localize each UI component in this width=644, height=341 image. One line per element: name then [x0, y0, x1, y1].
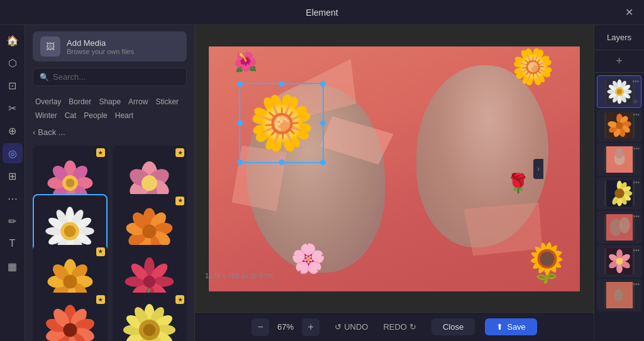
svg-point-117: [616, 122, 623, 129]
home-icon-btn[interactable]: 🏠: [3, 30, 23, 50]
redo-icon: ↻: [409, 322, 416, 332]
layer-item[interactable]: •••: [597, 177, 641, 210]
zoom-controls: − 67% +: [252, 318, 319, 336]
save-icon: ⬆: [496, 322, 503, 332]
top-bar: Element ✕: [0, 0, 644, 25]
tag-overlay[interactable]: Overlay: [33, 96, 64, 107]
save-label: Save: [507, 322, 526, 332]
layer-item[interactable]: •••: [597, 279, 641, 311]
layer-menu-icon[interactable]: •••: [632, 78, 639, 85]
close-button[interactable]: Close: [431, 318, 475, 335]
svg-point-43: [143, 224, 157, 238]
undo-icon: ↺: [335, 322, 341, 332]
layer-item[interactable]: •••: [597, 211, 641, 244]
svg-point-133: [619, 217, 630, 233]
select-icon-btn[interactable]: ⬡: [3, 53, 23, 73]
layer-menu-icon[interactable]: •••: [633, 247, 640, 254]
collapse-right-panel-button[interactable]: ›: [533, 159, 543, 179]
bottom-toolbar: − 67% + ↺ UNDO REDO ↻ Close ⬆ Save: [195, 312, 594, 341]
search-icon: 🔍: [40, 73, 49, 82]
undo-button[interactable]: ↺ UNDO: [330, 320, 373, 334]
tag-sticker[interactable]: Sticker: [153, 96, 181, 107]
undo-redo: ↺ UNDO REDO ↻: [330, 320, 421, 334]
layers-panel: Layers +: [594, 25, 644, 341]
tag-cat[interactable]: Cat: [62, 110, 79, 121]
svg-point-53: [63, 275, 77, 289]
layer-menu-icon[interactable]: •••: [633, 281, 640, 288]
canvas-info: 1179 x 768 px @ 67%: [205, 269, 273, 281]
adjust-icon-btn[interactable]: ⊕: [3, 121, 23, 141]
layers-list: ••• 👁: [594, 73, 644, 341]
zoom-in-button[interactable]: +: [302, 318, 319, 336]
redo-label: REDO: [383, 322, 407, 332]
canvas-bg[interactable]: 🌼 🌺 🌸 🌻 🌹 🌼: [209, 46, 580, 291]
svg-point-10: [65, 178, 74, 187]
element-icon-btn[interactable]: ◎: [3, 143, 23, 163]
grid-icon-btn[interactable]: ⊞: [3, 166, 23, 186]
layer-item[interactable]: •••: [597, 109, 641, 142]
zoom-level: 67%: [274, 322, 297, 332]
layer-thumb: [604, 112, 635, 139]
svg-point-130: [614, 188, 624, 198]
premium-badge: ★: [175, 295, 184, 304]
layer-visibility-icon[interactable]: 👁: [633, 99, 639, 106]
pen-icon-btn[interactable]: ✏: [3, 211, 23, 231]
text-icon-btn[interactable]: T: [3, 234, 23, 254]
undo-label: UNDO: [344, 322, 368, 332]
layer-menu-icon[interactable]: •••: [633, 179, 640, 186]
premium-badge: ★: [175, 197, 184, 205]
tag-border[interactable]: Border: [66, 96, 94, 107]
element-item[interactable]: ★: [113, 293, 187, 341]
tag-winter[interactable]: Winter: [33, 110, 60, 121]
close-panel-button[interactable]: ✕: [621, 5, 636, 20]
flower-top-right: 🌼: [511, 50, 555, 84]
redo-button[interactable]: REDO ↻: [378, 320, 421, 334]
add-media-button[interactable]: 🖼 Add Media Browse your own files: [33, 31, 187, 62]
panel-header: 🖼 Add Media Browse your own files 🔍: [25, 25, 194, 91]
add-media-icon: 🖼: [40, 36, 60, 57]
filter-tags: Overlay Border Shape Arrow Sticker Winte…: [25, 91, 194, 124]
svg-point-76: [63, 323, 77, 337]
main-layout: 🏠 ⬡ ⊡ ✂ ⊕ ◎ ⊞ ⋯ ✏ T ▦ 🖼 Add Media Browse…: [0, 25, 644, 341]
svg-point-33: [64, 225, 76, 237]
layer-thumb: [604, 146, 635, 173]
scissors-icon-btn[interactable]: ✂: [3, 98, 23, 118]
layer-thumb: [604, 78, 635, 105]
layer-menu-icon[interactable]: •••: [633, 213, 640, 220]
svg-point-91: [143, 324, 155, 336]
layer-thumb: [604, 214, 635, 241]
zoom-out-button[interactable]: −: [252, 318, 269, 336]
tag-arrow[interactable]: Arrow: [126, 96, 150, 107]
svg-point-143: [614, 289, 623, 301]
layer-menu-icon[interactable]: •••: [633, 111, 640, 118]
layers-title: Layers: [594, 25, 644, 50]
canvas-area: 🌼 🌺 🌸 🌻 🌹 🌼: [195, 25, 594, 341]
left-panel: 🖼 Add Media Browse your own files 🔍 Over…: [25, 25, 195, 341]
icon-bar: 🏠 ⬡ ⊡ ✂ ⊕ ◎ ⊞ ⋯ ✏ T ▦: [0, 25, 25, 341]
tag-shape[interactable]: Shape: [96, 96, 123, 107]
crop-icon-btn[interactable]: ⊡: [3, 75, 23, 95]
svg-point-120: [615, 148, 624, 159]
tag-heart[interactable]: Heart: [113, 110, 136, 121]
elements-grid: ★ ★: [25, 141, 194, 341]
selected-daisy[interactable]: 🌼: [242, 85, 322, 161]
back-label: Back ...: [38, 127, 65, 137]
layer-item[interactable]: ••• 👁: [597, 75, 641, 108]
canvas-container[interactable]: 🌼 🌺 🌸 🌻 🌹 🌼: [195, 25, 594, 312]
back-button[interactable]: ‹ Back ...: [25, 124, 194, 141]
element-item[interactable]: ★: [33, 293, 108, 341]
texture-icon-btn[interactable]: ▦: [3, 256, 23, 276]
layer-item[interactable]: •••: [597, 245, 641, 278]
add-media-title: Add Media: [67, 38, 134, 48]
layer-item[interactable]: •••: [597, 143, 641, 176]
collage-art: 🌼 🌺 🌸 🌻 🌹 🌼: [209, 46, 580, 291]
add-layer-button[interactable]: +: [594, 50, 644, 73]
premium-badge: ★: [96, 247, 105, 256]
search-input[interactable]: [53, 72, 180, 82]
premium-badge: ★: [175, 148, 184, 157]
layer-thumb: [604, 180, 635, 207]
save-button[interactable]: ⬆ Save: [485, 318, 537, 335]
brush-icon-btn[interactable]: ⋯: [3, 188, 23, 208]
tag-people[interactable]: People: [81, 110, 109, 121]
layer-menu-icon[interactable]: •••: [633, 145, 640, 152]
